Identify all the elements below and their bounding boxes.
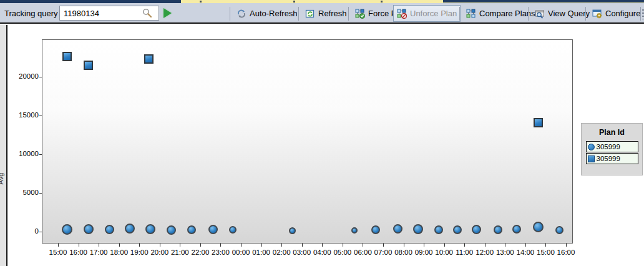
legend-marker-square: [588, 155, 595, 162]
data-point-circle[interactable]: [84, 224, 94, 234]
chart-plot-area[interactable]: [42, 39, 573, 244]
compare-plans-label: Compare Plans: [479, 9, 535, 18]
toolbar-separator: [459, 7, 460, 21]
y-tick-mark: [39, 193, 42, 194]
tracking-query-label: Tracking query: [4, 9, 58, 18]
toolbar-separator: [230, 7, 230, 21]
data-point-circle[interactable]: [393, 224, 402, 234]
legend-entry-label: 305999: [597, 143, 620, 150]
data-point-circle[interactable]: [472, 225, 481, 234]
toolbar-separator: [585, 7, 586, 21]
data-point-circle[interactable]: [62, 224, 72, 235]
legend-entry[interactable]: 305999: [586, 153, 638, 164]
toolbar-separator: [640, 7, 641, 21]
data-point-circle[interactable]: [289, 227, 296, 234]
x-tick-mark: [302, 244, 303, 247]
unforce-plan-button[interactable]: Unforce Plan: [393, 5, 461, 22]
x-tick-mark: [281, 244, 282, 247]
data-point-circle[interactable]: [512, 225, 521, 234]
compare-plans-icon: [466, 9, 476, 19]
x-tick-mark: [464, 244, 465, 247]
data-point-circle[interactable]: [187, 225, 196, 234]
toolbar-separator: [348, 7, 349, 21]
data-point-square[interactable]: [144, 54, 154, 64]
x-tick-mark: [545, 244, 546, 247]
view-query-button[interactable]: View Query: [532, 5, 593, 22]
auto-refresh-icon: [237, 9, 246, 19]
x-tick-mark: [343, 244, 343, 247]
compare-plans-button[interactable]: Compare Plans: [463, 5, 539, 22]
data-point-circle[interactable]: [533, 222, 544, 232]
x-tick-mark: [139, 244, 140, 247]
data-point-circle[interactable]: [208, 225, 218, 234]
view-query-label: View Query: [548, 9, 590, 18]
data-point-circle[interactable]: [167, 225, 176, 235]
x-tick-mark: [424, 244, 424, 247]
auto-refresh-label: Auto-Refresh: [250, 9, 298, 18]
y-tick-label: 15000: [7, 111, 39, 119]
legend-marker-circle: [588, 144, 595, 150]
refresh-icon: [305, 9, 315, 19]
data-point-circle[interactable]: [494, 225, 502, 234]
x-tick-mark: [566, 244, 567, 247]
data-point-circle[interactable]: [125, 224, 135, 234]
x-tick-mark: [99, 244, 99, 247]
data-point-circle[interactable]: [105, 225, 114, 234]
data-point-circle[interactable]: [453, 225, 462, 234]
unforce-plan-icon: [397, 9, 407, 19]
toolbar-separator: [298, 7, 299, 21]
legend-entry[interactable]: 305999: [586, 141, 638, 152]
x-tick-mark: [444, 244, 445, 247]
search-icon[interactable]: [142, 8, 152, 18]
configure-label: Configure: [605, 9, 640, 18]
data-point-square[interactable]: [62, 52, 72, 61]
x-tick-mark: [505, 244, 505, 247]
plan-id-legend: Plan Id 305999305999: [581, 123, 643, 175]
x-tick-mark: [58, 244, 59, 247]
play-button[interactable]: [163, 8, 172, 18]
x-tick-mark: [79, 244, 79, 247]
data-point-circle[interactable]: [351, 227, 358, 234]
y-tick-mark: [39, 116, 42, 116]
data-point-circle[interactable]: [555, 226, 564, 234]
data-point-circle[interactable]: [434, 225, 443, 234]
y-tick-label: 0: [7, 227, 39, 235]
x-tick-mark: [485, 244, 485, 247]
x-tick-mark: [363, 244, 363, 247]
refresh-label: Refresh: [318, 9, 347, 18]
y-tick-mark: [39, 154, 42, 155]
refresh-button[interactable]: Refresh: [302, 5, 350, 22]
x-tick-mark: [160, 244, 160, 247]
view-query-icon: [535, 9, 545, 19]
x-tick-mark: [220, 244, 221, 247]
tab-text-fragment: [381, 1, 383, 2]
y-tick-label: 20000: [7, 72, 39, 80]
auto-refresh-button[interactable]: Auto-Refresh: [233, 5, 301, 22]
tab-text-fragment: [200, 1, 202, 2]
x-tick-mark: [322, 244, 323, 247]
x-tick-mark: [261, 244, 262, 247]
y-tick-label: 5000: [7, 189, 39, 196]
configure-button[interactable]: Configure: [589, 5, 643, 22]
x-tick-mark: [200, 244, 201, 247]
data-point-square[interactable]: [534, 118, 543, 127]
legend-entry-label: 305999: [597, 155, 620, 162]
unforce-plan-label: Unforce Plan: [410, 9, 457, 18]
x-tick-mark: [383, 244, 384, 247]
x-tick-mark: [525, 244, 526, 247]
data-point-square[interactable]: [84, 61, 93, 70]
x-tick-mark: [241, 244, 242, 247]
data-point-circle[interactable]: [413, 224, 423, 234]
y-axis-label: Avg: [0, 173, 4, 185]
y-axis-label-strip: Avg: [0, 25, 7, 266]
toolbar-separator: [528, 7, 529, 21]
data-point-circle[interactable]: [371, 225, 380, 234]
tracking-toolbar: Tracking query Auto-Refresh: [0, 3, 644, 24]
legend-entries: 305999305999: [582, 141, 642, 164]
y-tick-mark: [39, 232, 42, 232]
force-plan-icon: [355, 9, 365, 19]
x-tick-mark: [119, 244, 120, 247]
tracked-queries-window: Tracking query Auto-Refresh: [0, 0, 644, 266]
x-tick-mark: [404, 244, 404, 247]
data-point-circle[interactable]: [229, 226, 237, 234]
